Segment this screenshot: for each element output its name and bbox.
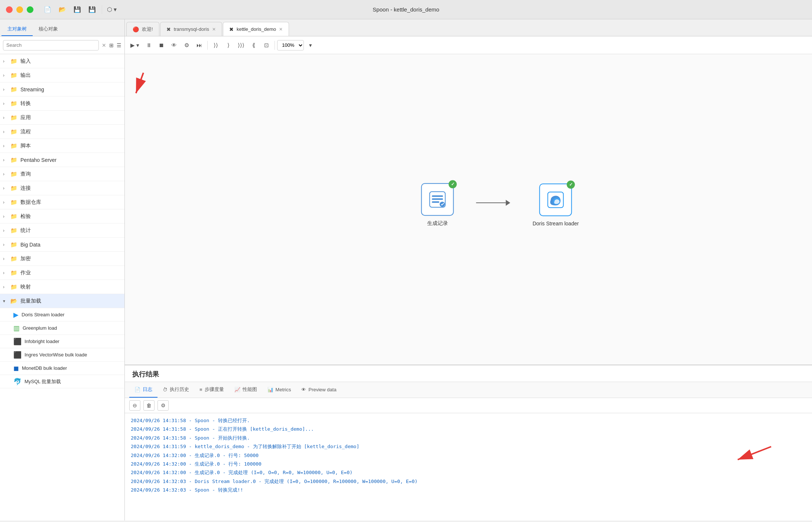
doris-loader-label: Doris Stream loader [533, 221, 579, 226]
pause-button[interactable]: ⏸ [143, 39, 155, 51]
folder-query-icon: 📁 [10, 171, 17, 177]
results-tab-perf[interactable]: 📈 性能图 [229, 382, 262, 398]
svg-line-9 [738, 447, 771, 460]
toolbar-sep-2 [275, 41, 275, 50]
close-button[interactable] [6, 6, 13, 13]
sidebar-item-apply[interactable]: › 📁 应用 [0, 111, 124, 125]
canvas-area[interactable]: ✓ 生成记录 [125, 54, 812, 365]
align-button-3[interactable]: ⟩⟩⟩ [235, 39, 247, 51]
sidebar-item-verify[interactable]: › 📁 检验 [0, 209, 124, 224]
sidebar-item-script[interactable]: › 📁 脚本 [0, 139, 124, 153]
transmysql-tab-close[interactable]: ✕ [212, 27, 216, 32]
list-view-toggle[interactable]: ☰ [117, 42, 121, 48]
align-button-1[interactable]: ⟩⟩ [210, 39, 222, 51]
red-arrow-top [132, 69, 155, 100]
sidebar-child-doris-stream[interactable]: ▶ Doris Stream loader [0, 308, 124, 322]
settings-button[interactable]: ⚙ [181, 39, 192, 51]
chevron-bulkload: ▾ [3, 298, 10, 304]
results-tab-exec-history[interactable]: ⏱ 执行历史 [157, 382, 194, 398]
folder-input-icon: 📁 [10, 58, 17, 65]
sidebar-item-bulkload[interactable]: ▾ 📂 批量加载 [0, 294, 124, 308]
generate-records-box[interactable]: ✓ [421, 183, 454, 216]
sidebar-item-job[interactable]: › 📁 作业 [0, 266, 124, 280]
results-tab-log[interactable]: 📄 日志 [129, 382, 157, 398]
toolbar-sep-1 [207, 41, 208, 50]
sidebar-child-infobright[interactable]: ⬛ Infobright loader [0, 335, 124, 348]
chevron-apply: › [3, 115, 10, 120]
sidebar-child-ingres[interactable]: ⬛ Ingres VectorWise bulk loade [0, 348, 124, 362]
chevron-mapping: › [3, 284, 10, 290]
chevron-connect: › [3, 186, 10, 191]
doris-stream-loader-node[interactable]: ✓ Doris Stream loader [533, 183, 579, 226]
doris-status: ✓ [567, 180, 575, 189]
log-pause-button[interactable]: ⊖ [129, 400, 140, 411]
search-input[interactable] [3, 40, 99, 50]
log-area[interactable]: 2024/09/26 14:31:58 - Spoon - 转换已经打开. 20… [125, 413, 812, 521]
sidebar-item-query[interactable]: › 📁 查询 [0, 167, 124, 181]
results-toolbar: ⊖ 🗑 ⚙ [125, 398, 812, 413]
chevron-bigdata: › [3, 242, 10, 247]
preview-button[interactable]: 👁 [168, 39, 180, 51]
sidebar-item-flow[interactable]: › 📁 流程 [0, 125, 124, 139]
folder-mapping-icon: 📁 [10, 284, 17, 290]
folder-verify-icon: 📁 [10, 213, 17, 220]
results-tab-preview[interactable]: 👁 Preview data [296, 382, 341, 398]
tab-welcome[interactable]: 🔴 欢迎! [126, 22, 159, 36]
sidebar-tab-main[interactable]: 主对象树 [1, 23, 33, 36]
results-tabs: 📄 日志 ⏱ 执行历史 ≡ 步骤度量 📈 性能图 📊 Metrics [125, 382, 812, 398]
tree-view-toggle[interactable]: ⊞ [109, 42, 114, 48]
skip-forward-button[interactable]: ⏭ [193, 39, 205, 51]
sidebar-item-output[interactable]: › 📁 输出 [0, 68, 124, 82]
sidebar-child-monetdb[interactable]: ◼ MonetDB bulk loader [0, 362, 124, 375]
sidebar-item-transform[interactable]: › 📁 转换 [0, 97, 124, 111]
save-button[interactable]: 💾 [71, 4, 84, 16]
sidebar-item-datawarehouse[interactable]: › 📁 数据仓库 [0, 195, 124, 209]
fit-button[interactable]: ⊡ [260, 39, 272, 51]
sidebar-item-input[interactable]: › 📁 输入 [0, 54, 124, 68]
log-line-7: 2024/09/26 14:32:03 - Doris Stream loade… [131, 477, 806, 486]
stop-button[interactable]: ⏹ [155, 39, 167, 51]
preview-label: Preview data [308, 387, 336, 392]
step-metrics-label: 步骤度量 [205, 386, 224, 393]
sidebar-item-pentaho[interactable]: › 📁 Pentaho Server [0, 153, 124, 167]
sidebar-child-greenplum[interactable]: ▥ Greenplum load [0, 322, 124, 335]
svg-rect-4 [432, 198, 443, 200]
folder-job-icon: 📁 [10, 270, 17, 276]
open-button[interactable]: 📂 [56, 4, 69, 16]
doris-node-box[interactable]: ✓ [539, 183, 572, 216]
log-clear-button[interactable]: 🗑 [143, 400, 155, 411]
folder-pentaho-icon: 📁 [10, 157, 17, 163]
save-as-button[interactable]: 💾 [85, 4, 99, 16]
sidebar-item-connect[interactable]: › 📁 连接 [0, 181, 124, 195]
distribute-button[interactable]: ⟪ [248, 39, 260, 51]
kettle-tab-close[interactable]: ✕ [279, 27, 283, 32]
generate-records-node[interactable]: ✓ 生成记录 [421, 183, 454, 227]
log-settings-button[interactable]: ⚙ [157, 400, 169, 411]
sidebar-item-encrypt[interactable]: › 📁 加密 [0, 252, 124, 266]
log-line-8: 2024/09/26 14:32:03 - Spoon - 转换完成!! [131, 486, 806, 494]
sidebar-item-mapping[interactable]: › 📁 映射 [0, 280, 124, 294]
align-button-2[interactable]: ⟩ [223, 39, 234, 51]
new-button[interactable]: 📄 [41, 4, 54, 16]
sidebar-child-mysql[interactable]: 🐬 MySQL 批量加载 [0, 375, 124, 388]
results-tab-step-metrics[interactable]: ≡ 步骤度量 [194, 382, 229, 398]
sidebar-tab-bar: 主对象树 核心对象 [0, 19, 125, 36]
results-tab-metrics[interactable]: 📊 Metrics [262, 382, 296, 398]
sidebar-item-bigdata[interactable]: › 📁 Big Data [0, 238, 124, 252]
zoom-select[interactable]: 100% 75% 50% 125% 150% [277, 40, 304, 50]
tab-kettle-doris[interactable]: ✖ kettle_doris_demo ✕ [223, 22, 289, 36]
run-button[interactable]: ▶ ▾ [128, 39, 142, 51]
maximize-button[interactable] [27, 6, 33, 13]
search-clear-button[interactable]: ✕ [102, 42, 106, 48]
folder-output-icon: 📁 [10, 72, 17, 79]
sidebar-tab-core[interactable]: 核心对象 [33, 23, 64, 36]
minimize-button[interactable] [16, 6, 23, 13]
sidebar-item-streaming[interactable]: › 📁 Streaming [0, 82, 124, 97]
chevron-pentaho: › [3, 157, 10, 163]
step-metrics-icon: ≡ [199, 387, 202, 392]
sidebar-item-stats[interactable]: › 📁 统计 [0, 224, 124, 238]
layers-button[interactable]: ⬡ ▾ [105, 4, 118, 16]
chevron-verify: › [3, 214, 10, 219]
zoom-dropdown-button[interactable]: ▾ [305, 39, 316, 51]
tab-transmysql[interactable]: ✖ transmysql-doris ✕ [160, 22, 222, 36]
